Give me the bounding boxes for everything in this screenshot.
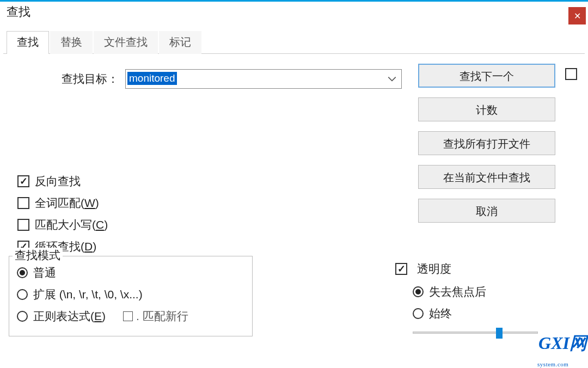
- site-watermark: GXI网 system.com: [538, 334, 587, 368]
- radio-label: 扩展 (\n, \r, \t, \0, \x...): [33, 287, 143, 302]
- transparency-check[interactable]: 透明度: [395, 261, 573, 277]
- cancel-button[interactable]: 取消: [418, 199, 555, 223]
- mode-extended[interactable]: 扩展 (\n, \r, \t, \0, \x...): [17, 284, 247, 305]
- check-label: 全词匹配(W): [35, 195, 99, 211]
- search-combobox[interactable]: monitored: [125, 69, 402, 89]
- slider-track: [413, 332, 538, 334]
- checkbox-icon: [395, 263, 407, 275]
- find-next-button[interactable]: 查找下一个: [418, 64, 555, 88]
- titlebar: 查找 ✕: [0, 2, 588, 31]
- tab-find[interactable]: 查找: [7, 31, 49, 54]
- search-mode-legend: 查找模式: [13, 248, 63, 263]
- tabstrip: 查找 替换 文件查找 标记: [3, 31, 585, 54]
- transparency-on-lose-focus[interactable]: 失去焦点后: [413, 281, 573, 303]
- mode-regex[interactable]: 正则表达式(E) . 匹配新行: [17, 305, 247, 327]
- window-title: 查找: [7, 4, 30, 20]
- check-label: 反向查找: [35, 174, 81, 189]
- check-wrap[interactable]: 循环查找(D): [17, 236, 581, 257]
- mode-normal[interactable]: 普通: [17, 262, 247, 284]
- close-icon: ✕: [574, 11, 581, 21]
- check-label: 匹配大小写(C): [35, 217, 108, 232]
- transparency-always[interactable]: 始终: [413, 303, 573, 324]
- search-input[interactable]: [127, 71, 383, 87]
- checkbox-icon: [17, 197, 29, 209]
- regex-dot-newline[interactable]: . 匹配新行: [123, 309, 188, 324]
- search-mode-group: 查找模式 普通 扩展 (\n, \r, \t, \0, \x...) 正则表达式…: [9, 256, 253, 336]
- chevron-down-icon[interactable]: [387, 74, 397, 84]
- slider-thumb[interactable]: [496, 328, 503, 339]
- radio-label: 失去焦点后: [429, 284, 486, 299]
- radio-label: 正则表达式(E): [33, 309, 106, 324]
- side-checkbox[interactable]: [565, 68, 577, 80]
- transparency-label: 透明度: [417, 261, 451, 277]
- tab-find-in-files[interactable]: 文件查找: [94, 31, 158, 54]
- radio-icon: [17, 289, 28, 300]
- tab-mark[interactable]: 标记: [159, 31, 201, 54]
- transparency-slider[interactable]: [413, 328, 538, 338]
- action-buttons: 查找下一个 计数 查找所有打开文件 在当前文件中查找 取消: [418, 64, 555, 223]
- transparency-group: 透明度 失去焦点后 始终: [388, 256, 578, 336]
- radio-icon: [17, 267, 28, 278]
- tab-replace[interactable]: 替换: [50, 31, 93, 54]
- checkbox-icon: [17, 175, 29, 187]
- radio-label: 始终: [429, 306, 452, 321]
- radio-icon: [17, 311, 28, 322]
- radio-icon: [413, 286, 424, 297]
- search-label: 查找目标：: [7, 71, 122, 87]
- close-button[interactable]: ✕: [568, 7, 586, 24]
- find-all-open-button[interactable]: 查找所有打开文件: [418, 131, 555, 155]
- checkbox-icon: [123, 311, 133, 321]
- find-in-current-button[interactable]: 在当前文件中查找: [418, 165, 555, 189]
- radio-label: 普通: [33, 265, 56, 280]
- count-button[interactable]: 计数: [418, 97, 555, 121]
- radio-icon: [413, 308, 424, 319]
- checkbox-icon: [17, 219, 29, 231]
- check-label: . 匹配新行: [136, 309, 188, 324]
